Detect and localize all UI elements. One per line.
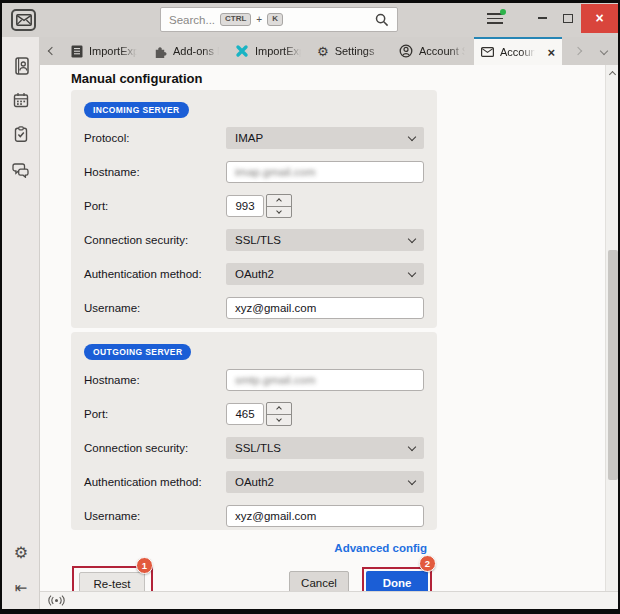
auth-label: Authentication method: [84,268,226,280]
chat-space-button[interactable] [7,157,35,183]
tab-label: ImportExp [255,45,303,57]
incoming-hostname-input[interactable]: imap.gmail.com [226,161,424,183]
teal-cross-icon [235,44,249,58]
outgoing-security-select[interactable]: SSL/TLS [226,437,424,459]
incoming-server-badge: INCOMING SERVER [84,102,189,118]
select-value: IMAP [235,132,263,144]
close-button[interactable]: × [581,4,618,33]
addressbook-icon [13,57,29,75]
protocol-select[interactable]: IMAP [226,127,424,149]
select-value: OAuth2 [235,476,274,488]
spaces-toolbar: ⚙ ⇤ [2,37,40,609]
maximize-button[interactable] [555,5,581,31]
hostname-row: Hostname: smtp.gmail.com [84,369,437,391]
settings-space-button[interactable]: ⚙ [7,539,35,565]
scroll-tabs-left-button[interactable] [40,37,64,65]
incoming-server-section: INCOMING SERVER Protocol: IMAP Hostname:… [71,90,437,328]
select-value: SSL/TLS [235,442,281,454]
advanced-config-link[interactable]: Advanced config [334,542,427,554]
tasks-space-button[interactable] [7,121,35,147]
tab-label: Account S [419,45,467,57]
tab-addons-manager[interactable]: Add-ons M [146,37,228,65]
tab-label: Settings [335,45,385,57]
scroll-tabs-right-button[interactable] [566,37,590,65]
incoming-port-input[interactable]: 993 [226,195,264,217]
security-row: Connection security: SSL/TLS [84,437,437,459]
annotation-badge-2: 2 [419,555,436,572]
spin-up-button[interactable] [267,195,291,207]
security-label: Connection security: [84,234,226,246]
spin-down-button[interactable] [267,207,291,218]
protocol-label: Protocol: [84,132,226,144]
input-value: 465 [235,408,254,420]
chat-icon [12,163,30,178]
mail-space-button[interactable] [11,9,36,31]
outgoing-port-input[interactable]: 465 [226,403,264,425]
username-label: Username: [84,510,226,522]
scrollbar-thumb[interactable] [608,250,618,480]
calendar-space-button[interactable] [7,87,35,113]
collapse-sidebar-button[interactable]: ⇤ [7,575,35,601]
hostname-row: Hostname: imap.gmail.com [84,161,437,183]
spin-up-button[interactable] [267,403,291,415]
calendar-icon [13,92,29,108]
document-icon [71,45,83,58]
tab-account-settings[interactable]: Account S [392,37,474,65]
page-title: Manual configuration [71,71,202,86]
scrollbar[interactable] [605,65,618,591]
port-spinner [266,194,292,218]
outgoing-hostname-input[interactable]: smtp.gmail.com [226,369,424,391]
auth-row: Authentication method: OAuth2 [84,263,437,285]
port-row: Port: 465 [84,403,437,425]
spin-down-button[interactable] [267,415,291,426]
gear-icon: ⚙ [14,543,28,562]
addressbook-space-button[interactable] [7,53,35,79]
account-setup-content: Manual configuration INCOMING SERVER Pro… [40,65,605,591]
port-label: Port: [84,200,226,212]
scroll-up-button[interactable] [606,68,618,81]
chevron-up-icon [609,71,616,78]
incoming-auth-select[interactable]: OAuth2 [226,263,424,285]
app-window: Search... CTRL + K × [2,3,618,609]
chevron-down-icon [408,476,416,484]
select-value: OAuth2 [235,268,274,280]
search-input[interactable]: Search... CTRL + K [160,7,398,32]
chevron-down-icon [408,268,416,276]
statusbar [40,591,618,609]
tab-account-setup-active[interactable]: Accoun × [474,37,562,65]
chevron-down-icon [276,208,282,214]
incoming-username-input[interactable]: xyz@gmail.com [226,297,424,319]
chevron-down-icon [408,442,416,450]
auth-label: Authentication method: [84,476,226,488]
outgoing-username-input[interactable]: xyz@gmail.com [226,505,424,527]
chevron-down-icon [600,47,608,55]
chevron-down-icon [408,132,416,140]
chevron-down-icon [276,416,282,422]
auth-row: Authentication method: OAuth2 [84,471,437,493]
minimize-button[interactable] [529,5,555,31]
tab-label: ImportExp [89,45,139,57]
list-all-tabs-button[interactable] [590,37,618,65]
tab-close-icon[interactable]: × [547,45,555,60]
tab-importexport-1[interactable]: ImportExp [64,37,146,65]
account-icon [399,44,413,58]
security-label: Connection security: [84,442,226,454]
tab-label: Accoun [500,46,539,58]
username-row: Username: xyz@gmail.com [84,297,437,319]
input-value: xyz@gmail.com [235,510,316,522]
advanced-config-wrap: Advanced config [71,538,427,556]
network-status-icon[interactable] [48,595,65,606]
input-value: imap.gmail.com [235,166,316,178]
outgoing-auth-select[interactable]: OAuth2 [226,471,424,493]
username-row: Username: xyz@gmail.com [84,505,437,527]
tab-settings[interactable]: ⚙ Settings [310,37,392,65]
app-menu-button[interactable] [487,12,503,24]
close-icon: × [595,10,603,26]
kbd-plus: + [256,14,262,25]
incoming-security-select[interactable]: SSL/TLS [226,229,424,251]
hostname-label: Hostname: [84,166,226,178]
input-value: smtp.gmail.com [235,374,316,386]
window-controls: × [487,3,618,33]
tab-importexport-2[interactable]: ImportExp [228,37,310,65]
outgoing-server-badge: OUTGOING SERVER [84,344,191,360]
